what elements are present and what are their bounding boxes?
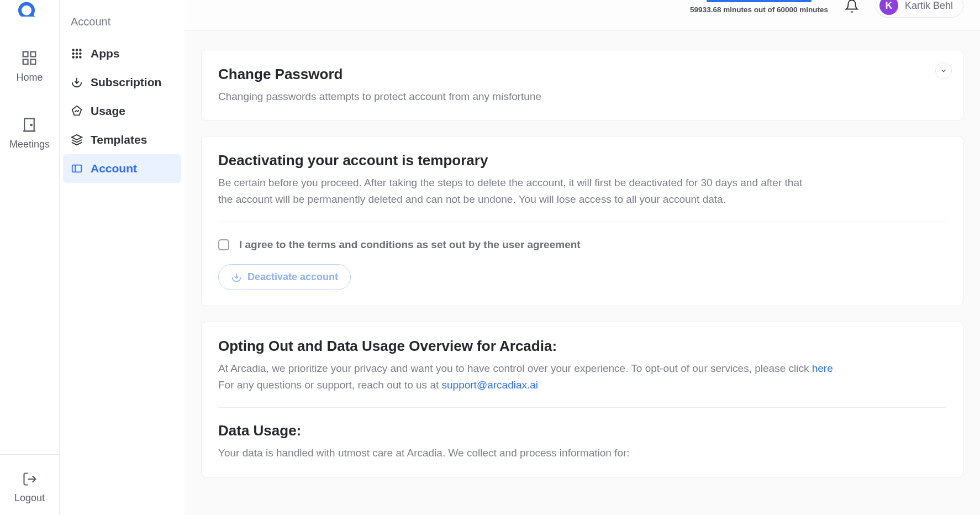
id-card-icon bbox=[71, 162, 83, 175]
card-subtitle: Changing passwords attempts to protect a… bbox=[218, 88, 946, 104]
avatar: K bbox=[879, 0, 898, 15]
agree-checkbox[interactable] bbox=[218, 239, 229, 250]
expand-toggle[interactable] bbox=[935, 62, 952, 79]
svg-point-17 bbox=[76, 56, 78, 59]
data-usage-sub: Your data is handled with utmost care at… bbox=[218, 445, 946, 461]
svg-point-8 bbox=[31, 124, 33, 126]
support-email-link[interactable]: support@arcadiax.ai bbox=[442, 379, 539, 391]
svg-point-11 bbox=[76, 49, 78, 51]
left-rail: Home Meetings Logout bbox=[0, 0, 60, 515]
sidebar-item-apps[interactable]: Apps bbox=[60, 39, 185, 68]
data-usage-title: Data Usage: bbox=[218, 422, 946, 439]
svg-point-0 bbox=[20, 4, 33, 17]
svg-point-10 bbox=[72, 49, 75, 51]
apps-icon bbox=[71, 48, 83, 60]
divider bbox=[218, 407, 946, 408]
quota-progress bbox=[707, 0, 812, 2]
svg-marker-20 bbox=[72, 135, 82, 140]
svg-point-16 bbox=[72, 56, 75, 59]
notifications-button[interactable] bbox=[845, 0, 859, 15]
svg-line-1 bbox=[31, 15, 37, 17]
sub-sidebar-title: Account bbox=[60, 10, 185, 39]
svg-rect-2 bbox=[23, 52, 28, 57]
rail-item-meetings[interactable]: Meetings bbox=[9, 117, 50, 150]
card-title: Change Password bbox=[218, 66, 946, 83]
sidebar-item-label: Usage bbox=[91, 104, 125, 118]
text: For any questions or support, reach out … bbox=[218, 379, 442, 391]
logo-icon bbox=[10, 0, 49, 17]
chevron-down-icon bbox=[940, 67, 947, 75]
sidebar-item-usage[interactable]: Usage bbox=[60, 97, 185, 125]
quota-block: 59933.68 minutes out of 60000 minutes bbox=[690, 0, 828, 14]
download-circle-icon bbox=[231, 272, 242, 283]
sidebar-item-templates[interactable]: Templates bbox=[60, 125, 185, 154]
sidebar-item-label: Apps bbox=[91, 47, 120, 60]
svg-point-14 bbox=[76, 52, 78, 55]
user-name: Kartik Behl bbox=[905, 0, 953, 12]
user-menu[interactable]: K Kartik Behl bbox=[876, 0, 963, 18]
button-label: Deactivate account bbox=[247, 271, 338, 283]
rail-item-home[interactable]: Home bbox=[9, 50, 50, 83]
grid-icon bbox=[21, 50, 38, 66]
svg-rect-4 bbox=[23, 60, 28, 65]
svg-rect-3 bbox=[31, 52, 36, 57]
sidebar-item-label: Subscription bbox=[91, 76, 161, 89]
rail-item-logout[interactable]: Logout bbox=[0, 454, 59, 504]
card-title: Opting Out and Data Usage Overview for A… bbox=[218, 338, 946, 355]
logo bbox=[0, 0, 59, 17]
svg-point-15 bbox=[80, 52, 82, 55]
content-scroll[interactable]: Change Password Changing passwords attem… bbox=[185, 31, 980, 515]
svg-point-13 bbox=[72, 52, 75, 55]
svg-rect-21 bbox=[72, 165, 82, 172]
quota-text: 59933.68 minutes out of 60000 minutes bbox=[690, 6, 828, 14]
layers-icon bbox=[71, 134, 83, 146]
main-area: 59933.68 minutes out of 60000 minutes K … bbox=[185, 0, 980, 515]
rail-logout-label: Logout bbox=[14, 492, 45, 504]
bell-icon bbox=[845, 0, 859, 13]
chart-icon bbox=[71, 105, 83, 117]
card-title: Deactivating your account is temporary bbox=[218, 152, 946, 169]
rail-item-label: Meetings bbox=[9, 139, 50, 150]
card-subtitle: Be certain before you proceed. After tak… bbox=[218, 175, 804, 207]
door-icon bbox=[21, 117, 38, 133]
sidebar-item-subscription[interactable]: Subscription bbox=[60, 68, 185, 97]
card-change-password: Change Password Changing passwords attem… bbox=[201, 50, 963, 120]
sub-sidebar: Account Apps Subscription Usage bbox=[60, 0, 185, 515]
card-opt-out: Opting Out and Data Usage Overview for A… bbox=[201, 322, 963, 477]
card-deactivate: Deactivating your account is temporary B… bbox=[201, 136, 963, 306]
topbar: 59933.68 minutes out of 60000 minutes K … bbox=[185, 0, 980, 31]
download-circle-icon bbox=[71, 76, 83, 88]
rail-item-label: Home bbox=[16, 72, 43, 83]
svg-point-18 bbox=[80, 56, 82, 59]
sidebar-item-label: Templates bbox=[91, 133, 147, 146]
opt-out-line1: At Arcadia, we prioritize your privacy a… bbox=[218, 360, 946, 376]
opt-out-link[interactable]: here bbox=[812, 362, 833, 374]
logout-icon bbox=[22, 471, 38, 487]
sidebar-item-account[interactable]: Account bbox=[63, 154, 181, 183]
text: At Arcadia, we prioritize your privacy a… bbox=[218, 362, 812, 374]
opt-out-line2: For any questions or support, reach out … bbox=[218, 377, 946, 393]
svg-point-12 bbox=[80, 49, 82, 51]
sidebar-item-label: Account bbox=[91, 162, 137, 175]
divider bbox=[218, 222, 946, 222]
agree-label: I agree to the terms and conditions as s… bbox=[239, 239, 581, 251]
svg-rect-5 bbox=[31, 60, 36, 65]
deactivate-button[interactable]: Deactivate account bbox=[218, 264, 351, 290]
